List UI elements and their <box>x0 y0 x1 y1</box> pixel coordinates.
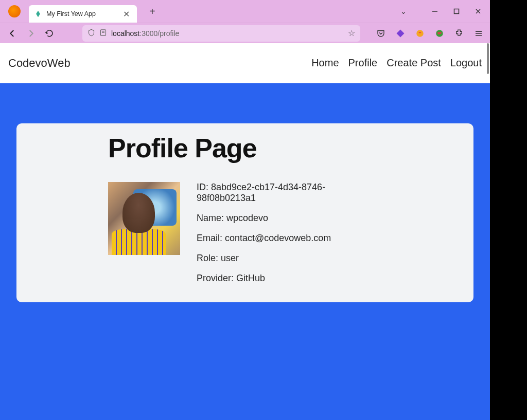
toolbar-right <box>376 28 484 39</box>
minimize-button[interactable] <box>431 8 438 15</box>
nav-profile[interactable]: Profile <box>348 57 378 69</box>
extension-purple-icon[interactable] <box>395 28 406 39</box>
browser-window: My First Yew App ✕ + ⌄ <box>0 0 490 420</box>
profile-row: ID: 8abd9ce2-cb17-4d34-8746-98f08b0213a1… <box>108 182 382 284</box>
nav-create-post[interactable]: Create Post <box>387 57 441 69</box>
profile-provider: Provider: GitHub <box>197 273 382 284</box>
close-window-button[interactable] <box>475 8 482 15</box>
extension-orange-icon[interactable] <box>415 28 425 39</box>
profile-role: Role: user <box>197 253 382 264</box>
scrollbar-thumb[interactable] <box>487 43 489 74</box>
forward-button[interactable] <box>25 27 37 40</box>
nav-links: Home Profile Create Post Logout <box>311 57 482 69</box>
bookmark-star-icon[interactable]: ☆ <box>348 28 355 38</box>
profile-info: ID: 8abd9ce2-cb17-4d34-8746-98f08b0213a1… <box>197 182 382 284</box>
titlebar-right: ⌄ <box>400 7 486 15</box>
close-tab-icon[interactable]: ✕ <box>121 9 132 19</box>
menu-icon[interactable] <box>473 28 484 39</box>
app-header: CodevoWeb Home Profile Create Post Logou… <box>0 43 490 83</box>
profile-card: Profile Page ID: 8abd9ce2-cb17-4d34-8746… <box>16 123 473 302</box>
back-button[interactable] <box>6 27 19 40</box>
app-body: Profile Page ID: 8abd9ce2-cb17-4d34-8746… <box>0 83 490 420</box>
new-tab-button[interactable]: + <box>145 4 160 20</box>
page-info-icon <box>99 29 107 38</box>
profile-email: Email: contact@codevoweb.com <box>197 233 382 244</box>
maximize-button[interactable] <box>453 8 460 15</box>
titlebar: My First Yew App ✕ + ⌄ <box>0 0 490 23</box>
extension-globe-icon[interactable] <box>434 28 445 39</box>
browser-toolbar: localhost:3000/profile ☆ <box>0 23 490 43</box>
profile-name: Name: wpcodevo <box>197 213 382 224</box>
tab-favicon-icon <box>34 10 42 18</box>
extensions-icon[interactable] <box>454 28 464 39</box>
firefox-icon <box>8 5 21 17</box>
url-host: localhost <box>111 29 139 38</box>
avatar <box>108 182 180 255</box>
browser-tab[interactable]: My First Yew App ✕ <box>29 5 137 23</box>
url-bar[interactable]: localhost:3000/profile ☆ <box>82 25 360 42</box>
url-text: localhost:3000/profile <box>111 29 344 38</box>
brand-logo[interactable]: CodevoWeb <box>8 57 71 70</box>
pocket-icon[interactable] <box>376 28 386 39</box>
shield-icon <box>87 29 95 38</box>
nav-home[interactable]: Home <box>311 57 339 69</box>
url-path: :3000/profile <box>139 29 179 38</box>
nav-logout[interactable]: Logout <box>450 57 482 69</box>
tab-list-chevron-icon[interactable]: ⌄ <box>400 7 407 15</box>
reload-button[interactable] <box>43 27 56 40</box>
tab-title: My First Yew App <box>46 10 117 17</box>
window-controls <box>431 8 482 15</box>
scrollbar[interactable] <box>486 43 490 420</box>
page-title: Profile Page <box>108 133 382 163</box>
svg-rect-1 <box>454 9 459 14</box>
page-viewport: CodevoWeb Home Profile Create Post Logou… <box>0 43 490 420</box>
profile-id: ID: 8abd9ce2-cb17-4d34-8746-98f08b0213a1 <box>197 182 382 204</box>
avatar-detail <box>112 229 166 255</box>
